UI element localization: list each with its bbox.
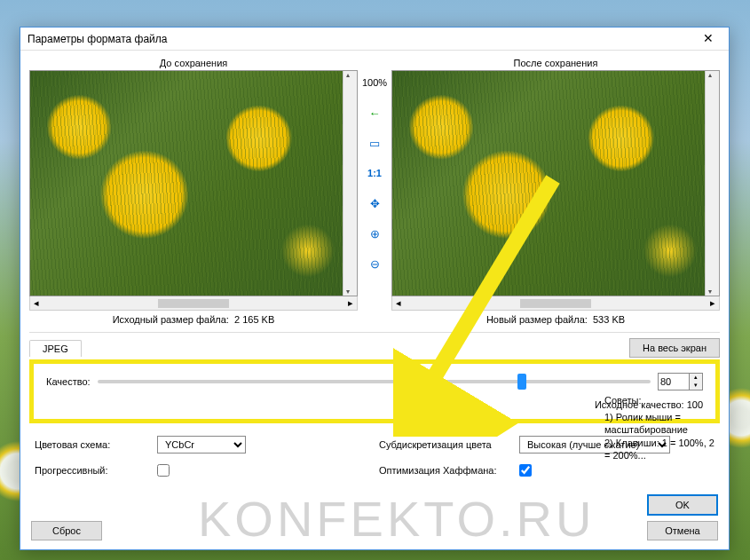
back-icon[interactable]: ← — [366, 104, 383, 122]
tips-title: Советы: — [604, 395, 718, 406]
close-icon[interactable]: ✕ — [695, 30, 722, 48]
slider-thumb[interactable] — [517, 374, 526, 390]
huffman-checkbox[interactable] — [519, 464, 532, 477]
zoom-out-icon[interactable]: ⊖ — [366, 255, 383, 272]
zoom-label: 100% — [362, 77, 387, 88]
quality-input[interactable] — [658, 373, 690, 390]
huffman-label: Оптимизация Хаффмана: — [379, 465, 512, 476]
zoom-in-icon[interactable]: ⊕ — [366, 225, 383, 242]
file-format-dialog: Параметры формата файла ✕ До сохранения … — [20, 27, 730, 550]
after-label: После сохранения — [391, 56, 720, 70]
window-title: Параметры формата файла — [28, 33, 167, 45]
subsampling-label: Субдискретизация цвета — [379, 439, 512, 450]
tips-body: 1) Ролик мыши = масштабирование 2) Клави… — [604, 411, 718, 461]
scrollbar-horizontal[interactable]: ◂▸ — [29, 296, 358, 311]
cancel-button[interactable]: Отмена — [647, 521, 718, 540]
progressive-label: Прогрессивный: — [35, 465, 150, 476]
preview-before[interactable] — [29, 70, 358, 296]
before-label: До сохранения — [29, 56, 358, 70]
spin-up-icon[interactable]: ▴ — [690, 374, 702, 382]
spin-down-icon[interactable]: ▾ — [690, 382, 702, 390]
one-to-one-icon[interactable]: 1:1 — [366, 164, 383, 182]
ok-button[interactable]: OK — [647, 494, 718, 516]
scrollbar-vertical[interactable] — [705, 71, 719, 296]
quality-label: Качество: — [46, 376, 91, 387]
scrollbar-vertical[interactable] — [343, 71, 357, 296]
quality-slider[interactable] — [98, 380, 651, 383]
original-size: Исходный размер файла: 2 165 KB — [29, 311, 358, 328]
pan-icon[interactable]: ✥ — [366, 194, 383, 212]
color-scheme-select[interactable]: YCbCr — [157, 436, 246, 454]
fullscreen-button[interactable]: На весь экран — [629, 338, 720, 358]
watermark: KONFEKTO.RU — [198, 490, 595, 548]
color-scheme-label: Цветовая схема: — [35, 439, 150, 450]
titlebar[interactable]: Параметры формата файла ✕ — [20, 28, 729, 51]
reset-button[interactable]: Сброс — [31, 521, 102, 540]
new-size: Новый размер файла: 533 KB — [391, 311, 720, 328]
preview-after[interactable] — [391, 70, 720, 296]
progressive-checkbox[interactable] — [157, 464, 170, 477]
fit-window-icon[interactable]: ▭ — [366, 134, 383, 152]
tab-jpeg[interactable]: JPEG — [29, 340, 82, 357]
scrollbar-horizontal[interactable]: ◂▸ — [391, 296, 720, 311]
